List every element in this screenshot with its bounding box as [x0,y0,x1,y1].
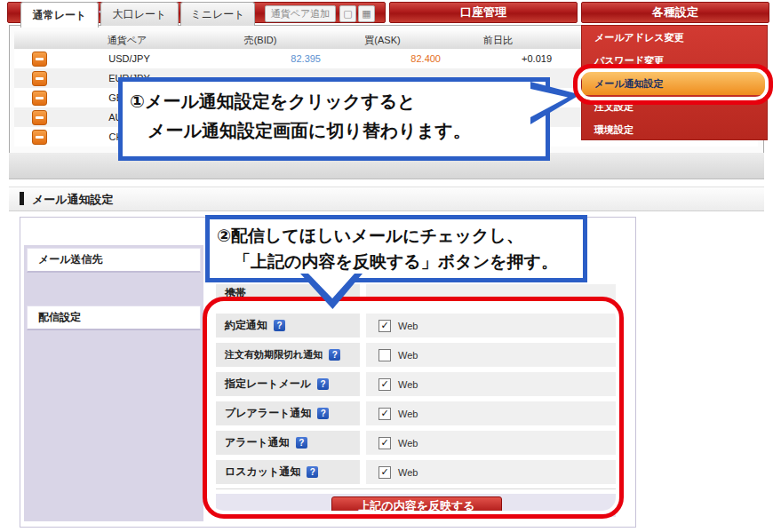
checkbox-label: Web [398,438,418,449]
page-title: メール通知設定 [32,192,114,208]
row-label-loss-cut-notice: ロスカット通知? [216,460,360,484]
row-label-specified-rate-mail: 指定レートメール? [216,372,360,396]
row-label-order-expiry-notice: 注文有効期限切れ通知? [216,343,360,367]
help-icon[interactable]: ? [274,320,285,331]
cell-ask[interactable]: 82.400 [327,49,441,68]
col-header-pair: 通貨ペア [56,31,199,50]
callout-text: 「上記の内容を反映する」ボタンを押す。 [217,249,576,274]
app-window: 注文・照会 投資情報 口座管理 各種設定 通貨ペア 売(BID) 買(ASK) … [0,0,773,532]
divider [216,488,616,489]
submit-row: 上記の内容を反映する [216,494,616,517]
row-value-execution-notice: ✓ Web [366,314,616,337]
help-icon[interactable]: ? [317,408,329,419]
nav-account-management[interactable]: 口座管理 [389,2,578,23]
row-label-execution-notice: 約定通知? [216,314,360,337]
row-value-loss-cut-notice: ✓ Web [366,460,616,484]
menu-item-environment-settings[interactable]: 環境設定 [582,118,767,141]
button-label: 通貨ペア追加 [271,7,331,20]
cell-diff: +0.019 [447,49,552,68]
tab-label: 大口レート [113,7,167,22]
help-icon[interactable]: ? [329,349,340,361]
col-header-ask: 買(ASK) [323,31,443,50]
row-value-alert-notice: ✓ Web [366,431,616,455]
menu-item-mail-address-change[interactable]: メールアドレス変更 [582,26,767,49]
checkbox-label: Web [398,321,418,331]
col-header-icon [14,31,57,50]
form-sidebar [24,245,203,521]
help-icon[interactable]: ? [317,378,329,390]
button-label: 上記の内容を反映する [358,498,474,514]
sidebar-item-mail-destination: メール送信先 [27,248,201,273]
callout-text: ②配信してほしいメールにチェックし、 [217,223,576,249]
apply-settings-button[interactable]: 上記の内容を反映する [331,496,502,516]
row-label-alert-notice: アラート通知? [216,431,360,455]
web-checkbox[interactable]: ✓ [379,378,391,391]
nav-label: 口座管理 [460,4,506,20]
nav-label: 各種設定 [652,4,698,20]
tab-label: ミニレート [190,7,244,22]
collapse-icon[interactable] [32,130,47,145]
col-header-bid: 売(BID) [198,31,323,50]
row-value-order-expiry-notice: Web [366,343,616,367]
checkbox-label: Web [398,350,418,361]
help-icon[interactable]: ? [307,466,318,478]
row-value-mobile [366,284,616,302]
callout-text: ①メール通知設定をクリックすると [130,87,538,116]
col-header-diff: 前日比 [442,31,554,50]
section-marker [20,192,24,205]
checkbox-label: Web [398,409,418,419]
add-currency-pair-button[interactable]: 通貨ペア追加 [265,5,336,22]
callout-text: メール通知設定画面に切り替わります。 [130,116,538,146]
menu-item-password-change[interactable]: パスワード変更 [582,49,767,72]
menu-item-mail-notification-settings[interactable]: メール通知設定 [582,72,767,95]
menu-item-order-settings[interactable]: 注文設定 [582,95,767,118]
tab-large-lot-rate[interactable]: 大口レート [100,2,179,26]
web-checkbox[interactable] [379,349,391,361]
web-checkbox[interactable]: ✓ [379,437,391,449]
tab-normal-rate[interactable]: 通常レート [20,2,99,28]
web-checkbox[interactable]: ✓ [379,408,391,420]
settings-dropdown-menu: メールアドレス変更 パスワード変更 メール通知設定 注文設定 環境設定 [581,25,768,140]
help-icon[interactable]: ? [296,437,307,449]
collapse-icon[interactable] [32,52,47,67]
row-value-pre-alert-notice: ✓ Web [366,401,616,425]
collapse-icon[interactable] [32,91,47,106]
web-checkbox[interactable]: ✓ [379,320,391,332]
nav-various-settings[interactable]: 各種設定 [581,2,769,23]
cell-bid[interactable]: 82.395 [203,49,321,68]
view-grid-icon[interactable]: ▦ [358,5,375,22]
row-label-pre-alert-notice: プレアラート通知? [216,401,360,425]
collapse-icon[interactable] [32,71,47,86]
cell-pair: USD/JPY [56,49,203,68]
checkbox-label: Web [398,379,418,390]
tab-label: 通常レート [33,8,87,23]
checkbox-label: Web [398,467,418,478]
collapse-icon[interactable] [32,110,47,125]
row-value-specified-rate-mail: ✓ Web [366,372,616,396]
sidebar-item-delivery-settings: 配信設定 [27,306,201,330]
view-single-icon[interactable]: ▢ [339,5,356,22]
tab-mini-rate[interactable]: ミニレート [180,2,255,26]
section-header: メール通知設定 [9,187,764,211]
web-checkbox[interactable]: ✓ [379,466,391,479]
